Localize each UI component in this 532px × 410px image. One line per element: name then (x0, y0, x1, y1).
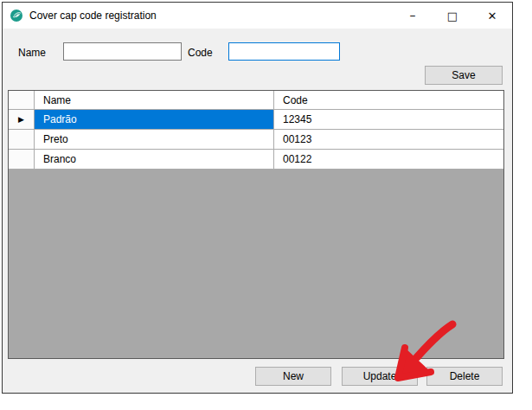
titlebar: Cover cap code registration – □ ✕ (3, 3, 512, 29)
table-row: Preto 00123 (9, 130, 503, 150)
code-input[interactable] (228, 42, 340, 61)
app-logo-icon (10, 9, 23, 22)
data-grid: Name Code ▶ Padrão 12345 Preto 00123 Bra… (8, 90, 504, 359)
cell-code[interactable]: 12345 (274, 110, 503, 130)
row-header-selected[interactable]: ▶ (9, 110, 35, 130)
grid-header-row: Name Code (9, 91, 503, 110)
app-window: Cover cap code registration – □ ✕ Name C… (2, 2, 513, 394)
table-row: Branco 00122 (9, 150, 503, 170)
cell-name[interactable]: Branco (35, 150, 274, 170)
cell-code[interactable]: 00122 (274, 150, 503, 170)
column-header-name[interactable]: Name (35, 91, 274, 110)
delete-button[interactable]: Delete (426, 367, 503, 386)
row-header[interactable] (9, 130, 35, 150)
window-controls: – □ ✕ (393, 3, 512, 29)
name-input[interactable] (63, 42, 182, 61)
cell-code[interactable]: 00123 (274, 130, 503, 150)
close-button[interactable]: ✕ (472, 3, 512, 29)
save-button[interactable]: Save (425, 66, 503, 85)
code-label: Code (188, 47, 213, 59)
row-header[interactable] (9, 150, 35, 170)
name-label: Name (18, 47, 46, 59)
maximize-button[interactable]: □ (433, 3, 472, 29)
update-button[interactable]: Update (342, 367, 418, 386)
column-header-code[interactable]: Code (274, 91, 503, 110)
window-title: Cover cap code registration (29, 10, 157, 22)
table-row: ▶ Padrão 12345 (9, 110, 503, 130)
current-row-pointer-icon: ▶ (18, 116, 24, 124)
cell-name[interactable]: Padrão (35, 110, 274, 130)
minimize-button[interactable]: – (393, 3, 433, 29)
new-button[interactable]: New (255, 367, 331, 386)
cell-name[interactable]: Preto (35, 130, 274, 150)
grid-corner-cell[interactable] (9, 91, 35, 110)
